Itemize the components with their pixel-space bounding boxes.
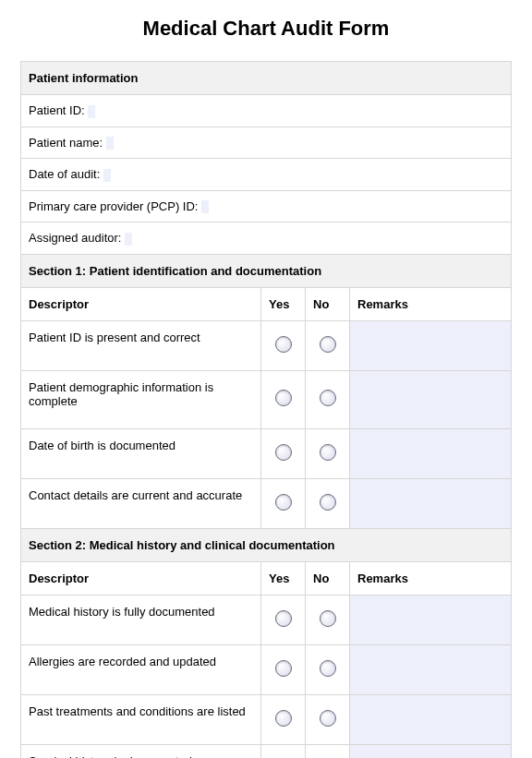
col-no: No <box>306 287 350 320</box>
radio-yes[interactable] <box>275 444 292 461</box>
descriptor-cell: Patient ID is present and correct <box>21 320 261 370</box>
radio-no[interactable] <box>320 660 336 677</box>
radio-yes[interactable] <box>275 336 292 353</box>
info-row: Date of audit: <box>21 159 512 191</box>
audit-date-value[interactable] <box>103 169 111 182</box>
col-remarks: Remarks <box>350 287 512 320</box>
descriptor-cell: Allergies are recorded and updated <box>21 644 261 694</box>
descriptor-cell: Date of birth is documented <box>21 428 261 478</box>
section-header-row: Section 1: Patient identification and do… <box>21 254 512 287</box>
radio-yes[interactable] <box>275 494 292 511</box>
column-header-row: Descriptor Yes No Remarks <box>21 561 512 595</box>
column-header-row: Descriptor Yes No Remarks <box>21 287 512 320</box>
remarks-cell[interactable] <box>350 320 512 370</box>
info-label: Patient name: <box>29 136 103 150</box>
section-2-header: Section 2: Medical history and clinical … <box>21 528 512 561</box>
radio-no[interactable] <box>320 336 336 353</box>
info-label: Assigned auditor: <box>29 231 121 245</box>
radio-no[interactable] <box>320 610 336 627</box>
radio-yes[interactable] <box>275 390 292 406</box>
info-label: Patient ID: <box>29 103 85 117</box>
table-row: Allergies are recorded and updated <box>21 644 512 694</box>
patient-info-header: Patient information <box>21 62 512 95</box>
remarks-cell[interactable] <box>350 428 512 478</box>
col-remarks: Remarks <box>350 561 512 595</box>
remarks-cell[interactable] <box>350 370 512 428</box>
info-row: Assigned auditor: <box>21 223 512 255</box>
radio-yes[interactable] <box>275 610 292 627</box>
radio-no[interactable] <box>320 710 336 727</box>
descriptor-cell: Surgical history is documented <box>21 744 261 758</box>
table-row: Contact details are current and accurate <box>21 478 512 528</box>
patient-name-value[interactable] <box>106 137 114 150</box>
radio-no[interactable] <box>320 494 336 511</box>
descriptor-cell: Contact details are current and accurate <box>21 478 261 528</box>
table-row: Patient ID is present and correct <box>21 320 512 370</box>
page-title: Medical Chart Audit Form <box>20 17 512 41</box>
table-row: Surgical history is documented <box>21 744 512 758</box>
info-label: Primary care provider (PCP) ID: <box>29 199 198 213</box>
col-descriptor: Descriptor <box>21 561 261 595</box>
remarks-cell[interactable] <box>350 744 512 758</box>
radio-no[interactable] <box>320 390 336 406</box>
radio-yes[interactable] <box>275 660 292 677</box>
info-row: Patient ID: <box>21 95 512 127</box>
col-yes: Yes <box>261 287 306 320</box>
remarks-cell[interactable] <box>350 595 512 644</box>
info-label: Date of audit: <box>29 167 100 181</box>
col-yes: Yes <box>261 561 306 595</box>
descriptor-cell: Medical history is fully documented <box>21 595 261 644</box>
table-row: Medical history is fully documented <box>21 595 512 644</box>
remarks-cell[interactable] <box>350 694 512 744</box>
patient-id-value[interactable] <box>88 105 95 118</box>
col-descriptor: Descriptor <box>21 287 261 320</box>
info-row: Primary care provider (PCP) ID: <box>21 190 512 223</box>
col-no: No <box>306 561 350 595</box>
table-row: Patient demographic information is compl… <box>21 370 512 428</box>
radio-yes[interactable] <box>275 710 292 727</box>
remarks-cell[interactable] <box>350 478 512 528</box>
descriptor-cell: Patient demographic information is compl… <box>21 370 261 428</box>
table-row: Past treatments and conditions are liste… <box>21 694 512 744</box>
descriptor-cell: Past treatments and conditions are liste… <box>21 694 261 744</box>
section-header-row: Section 2: Medical history and clinical … <box>21 528 512 561</box>
audit-form-table: Patient information Patient ID: Patient … <box>20 61 512 758</box>
auditor-value[interactable] <box>125 233 132 246</box>
section-1-header: Section 1: Patient identification and do… <box>21 254 512 287</box>
patient-info-header-row: Patient information <box>21 62 512 95</box>
pcp-id-value[interactable] <box>201 200 209 213</box>
info-row: Patient name: <box>21 126 512 159</box>
table-row: Date of birth is documented <box>21 428 512 478</box>
remarks-cell[interactable] <box>350 644 512 694</box>
radio-no[interactable] <box>320 444 336 461</box>
